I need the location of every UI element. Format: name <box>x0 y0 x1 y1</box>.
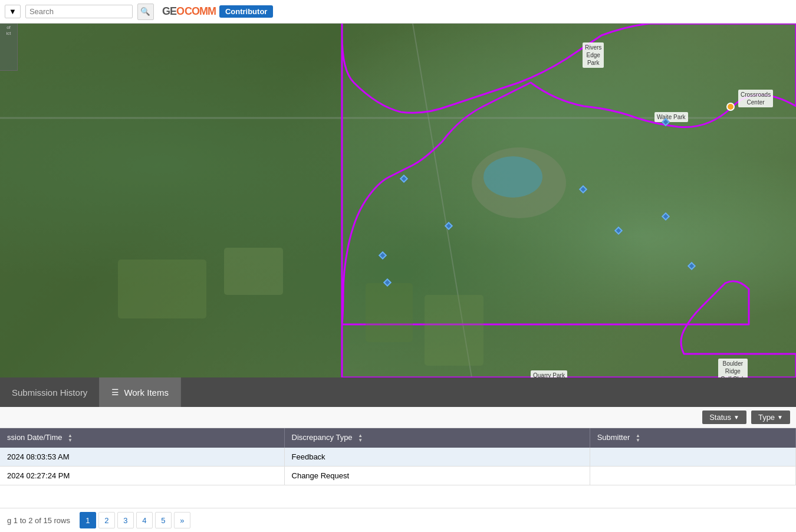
svg-rect-7 <box>118 260 206 318</box>
map-pin <box>400 175 408 183</box>
cell-date-2: 2024 02:27:24 PM <box>0 466 284 485</box>
map-area[interactable]: RiversEdgePark Waite Park CrossroadsCent… <box>0 24 796 377</box>
mini-map-inset: ofict <box>0 24 18 71</box>
cell-date-1: 2024 08:03:53 AM <box>0 448 284 467</box>
waite-park-label: Waite Park <box>654 112 688 122</box>
map-background: RiversEdgePark Waite Park CrossroadsCent… <box>0 24 796 377</box>
page-2-label: 2 <box>104 516 108 525</box>
type-filter-button[interactable]: Type ▼ <box>751 411 790 424</box>
logo-geo-text: GE <box>162 5 176 18</box>
column-date-label: ssion Date/Time <box>7 433 62 442</box>
tab-submission-history[interactable]: Submission History <box>0 377 100 407</box>
svg-rect-0 <box>0 24 342 377</box>
logo-badge: Contributor <box>219 5 273 18</box>
svg-point-6 <box>483 156 542 198</box>
page-3-label: 3 <box>123 516 127 525</box>
cell-submitter-2 <box>590 466 795 485</box>
table-row: 2024 08:03:53 AM Feedback <box>0 448 796 467</box>
table-container: ssion Date/Time ▲▼ Discrepancy Type ▲▼ S… <box>0 428 796 508</box>
map-pin <box>379 251 387 260</box>
svg-rect-10 <box>425 295 483 366</box>
map-pin <box>662 212 670 221</box>
cell-discrepancy-2: Change Request <box>284 466 590 485</box>
column-discrepancy[interactable]: Discrepancy Type ▲▼ <box>284 428 590 448</box>
logo-comm-text: COMM <box>185 5 216 18</box>
filters-row: Status ▼ Type ▼ <box>0 407 796 428</box>
header-bar: ▼ 🔍 GE O COMM Contributor <box>0 0 796 24</box>
tab-submission-history-label: Submission History <box>12 387 87 398</box>
svg-rect-9 <box>366 283 413 342</box>
list-icon: ☰ <box>111 387 119 397</box>
sort-arrows-date: ▲▼ <box>68 434 73 443</box>
column-submitter-label: Submitter <box>597 433 630 442</box>
sort-arrows-discrepancy: ▲▼ <box>358 434 363 443</box>
map-pin <box>614 226 623 235</box>
map-pin <box>579 185 587 193</box>
dropdown-arrow-icon: ▼ <box>9 7 17 16</box>
column-submitter[interactable]: Submitter ▲▼ <box>590 428 795 448</box>
search-input[interactable] <box>25 5 133 18</box>
tab-work-items[interactable]: ☰ Work Items <box>100 377 181 407</box>
map-overlay-svg <box>0 24 796 377</box>
table-row: 2024 02:27:24 PM Change Request <box>0 466 796 485</box>
page-button-3[interactable]: 3 <box>117 512 134 528</box>
type-filter-label: Type <box>758 413 775 422</box>
map-pin <box>688 262 696 270</box>
pagination-info: g 1 to 2 of 15 rows <box>7 516 70 525</box>
logo-o-text: O <box>176 5 185 18</box>
dropdown-button[interactable]: ▼ <box>5 5 21 18</box>
page-1-label: 1 <box>85 516 90 525</box>
status-filter-button[interactable]: Status ▼ <box>702 411 746 424</box>
page-button-4[interactable]: 4 <box>136 512 153 528</box>
crossroads-label: CrossroadsCenter <box>738 90 773 107</box>
page-5-label: 5 <box>161 516 165 525</box>
type-caret-icon: ▼ <box>777 414 783 421</box>
search-icon: 🔍 <box>140 7 150 16</box>
column-date[interactable]: ssion Date/Time ▲▼ <box>0 428 284 448</box>
pagination-row: g 1 to 2 of 15 rows 1 2 3 4 5 » <box>0 508 796 532</box>
page-button-1[interactable]: 1 <box>80 512 96 528</box>
column-discrepancy-label: Discrepancy Type <box>292 433 353 442</box>
cell-discrepancy-1: Feedback <box>284 448 590 467</box>
svg-line-4 <box>413 24 472 377</box>
quarry-park-label: Quarry Parkand NaturePreserve <box>531 370 567 377</box>
status-filter-label: Status <box>709 413 731 422</box>
tab-work-items-label: Work Items <box>124 387 169 398</box>
cell-submitter-1 <box>590 448 795 467</box>
boulder-ridge-label: BoulderRidgeGolf Club <box>718 359 748 377</box>
orange-location-dot <box>726 103 735 111</box>
svg-rect-8 <box>224 248 283 295</box>
map-pin <box>445 222 453 230</box>
page-button-2[interactable]: 2 <box>98 512 115 528</box>
next-icon: » <box>180 516 184 525</box>
svg-rect-1 <box>342 24 796 377</box>
work-items-table: ssion Date/Time ▲▼ Discrepancy Type ▲▼ S… <box>0 428 796 485</box>
table-header-row: ssion Date/Time ▲▼ Discrepancy Type ▲▼ S… <box>0 428 796 448</box>
search-button[interactable]: 🔍 <box>137 4 154 20</box>
bottom-panel: Submission History ☰ Work Items Status ▼… <box>0 377 796 532</box>
page-next-button[interactable]: » <box>174 512 190 528</box>
status-caret-icon: ▼ <box>733 414 739 421</box>
sort-arrows-submitter: ▲▼ <box>636 434 640 443</box>
page-4-label: 4 <box>142 516 146 525</box>
tabs-row: Submission History ☰ Work Items <box>0 377 796 407</box>
page-button-5[interactable]: 5 <box>155 512 172 528</box>
rivers-edge-label: RiversEdgePark <box>583 42 604 68</box>
svg-point-5 <box>472 147 566 218</box>
app-logo: GE O COMM Contributor <box>162 5 274 18</box>
map-pin <box>383 278 392 287</box>
